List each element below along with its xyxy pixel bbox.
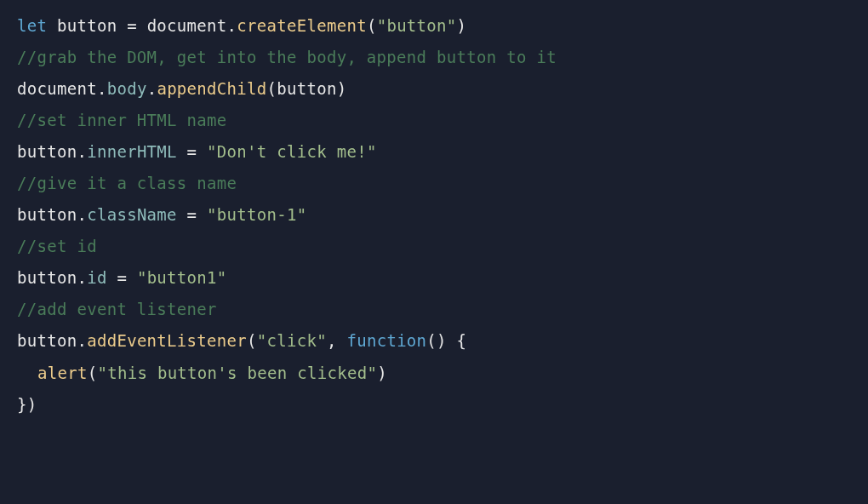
code-line-4: //set inner HTML name — [17, 105, 851, 136]
code-line-11: button.addEventListener("click", functio… — [17, 325, 851, 357]
code-line-13: }) — [17, 389, 851, 421]
code-line-3: document.body.appendChild(button) — [17, 73, 851, 105]
code-line-8: //set id — [17, 231, 851, 262]
code-line-6: //give it a class name — [17, 168, 851, 199]
code-line-10: //add event listener — [17, 294, 851, 325]
code-editor[interactable]: let button = document.createElement("but… — [17, 10, 851, 421]
code-line-12: alert("this button's been clicked") — [17, 358, 851, 389]
code-line-2: //grab the DOM, get into the body, appen… — [17, 42, 851, 73]
code-line-1: let button = document.createElement("but… — [17, 10, 851, 42]
code-line-9: button.id = "button1" — [17, 262, 851, 294]
code-line-7: button.className = "button-1" — [17, 199, 851, 231]
code-line-5: button.innerHTML = "Don't click me!" — [17, 136, 851, 168]
